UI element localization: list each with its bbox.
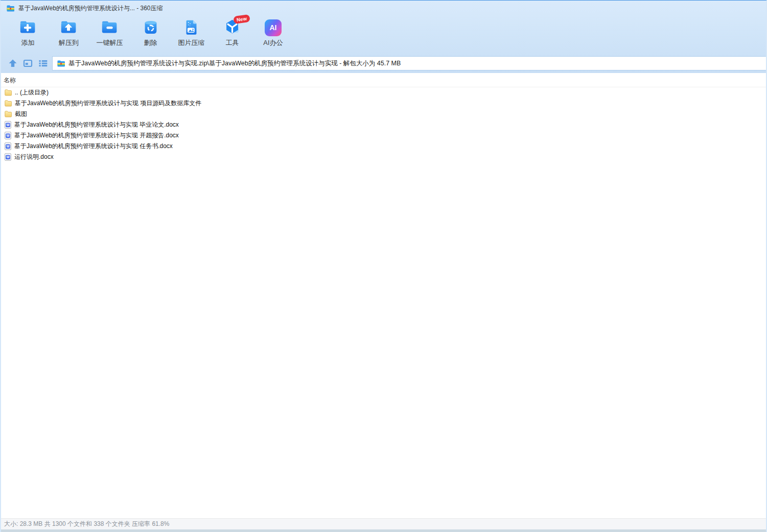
toolbar-button-one-click-extract[interactable]: 一键解压 bbox=[91, 17, 128, 52]
toolbar-button-label: 解压到 bbox=[59, 39, 79, 46]
window-title: 基于JavaWeb的机房预约管理系统设计与... - 360压缩 bbox=[18, 4, 163, 13]
status-text: 大小: 28.3 MB 共 1300 个文件和 338 个文件夹 压缩率 61.… bbox=[4, 520, 169, 528]
extract-to-folder-icon bbox=[58, 17, 80, 38]
file-row[interactable]: W基于JavaWeb的机房预约管理系统设计与实现 毕业论文.docx bbox=[1, 119, 766, 130]
delete-trash-icon bbox=[140, 17, 161, 38]
folder-icon bbox=[5, 111, 12, 117]
toolbar-button-extract-to-folder[interactable]: 解压到 bbox=[50, 17, 87, 52]
one-click-extract-icon bbox=[99, 17, 121, 38]
new-badge: New bbox=[233, 14, 250, 24]
toolbar-button-label: AI办公 bbox=[263, 39, 283, 46]
file-name: 基于JavaWeb的机房预约管理系统设计与实现 开题报告.docx bbox=[14, 131, 179, 140]
archive-file-icon bbox=[6, 5, 15, 12]
svg-text:W: W bbox=[6, 155, 10, 159]
file-name: .. (上级目录) bbox=[15, 88, 49, 97]
toolbar-button-label: 图片压缩 bbox=[178, 39, 205, 46]
svg-text:W: W bbox=[6, 134, 10, 137]
file-name: 基于JavaWeb的机房预约管理系统设计与实现 毕业论文.docx bbox=[14, 120, 179, 129]
word-doc-icon: W bbox=[5, 142, 11, 150]
address-nav-icons bbox=[6, 58, 50, 69]
word-doc-icon: W bbox=[5, 153, 11, 161]
file-name: 基于JavaWeb的机房预约管理系统设计与实现 项目源码及数据库文件 bbox=[15, 99, 201, 108]
address-bar-input[interactable]: 基于JavaWeb的机房预约管理系统设计与实现.zip\基于JavaWeb的机房… bbox=[52, 56, 766, 70]
file-row[interactable]: W运行说明.docx bbox=[1, 152, 766, 162]
svg-text:W: W bbox=[6, 144, 10, 148]
file-row[interactable]: 截图 bbox=[1, 109, 766, 119]
file-row[interactable]: 基于JavaWeb的机房预约管理系统设计与实现 项目源码及数据库文件 bbox=[1, 98, 766, 109]
toolbar-button-ai-office[interactable]: AIAI办公 bbox=[254, 17, 292, 52]
file-name: 运行说明.docx bbox=[14, 153, 54, 161]
svg-text:W: W bbox=[6, 123, 10, 127]
list-view-icon[interactable] bbox=[37, 58, 50, 69]
toolbar-button-label: 删除 bbox=[144, 39, 157, 46]
image-compress-icon bbox=[181, 17, 202, 38]
file-list-panel: 名称 .. (上级目录) 基于JavaWeb的机房预约管理系统设计与实现 项目源… bbox=[1, 73, 766, 518]
toolbar-button-add-folder[interactable]: 添加 bbox=[9, 17, 47, 52]
file-name: 基于JavaWeb的机房预约管理系统设计与实现 任务书.docx bbox=[14, 142, 173, 151]
archive-file-icon bbox=[57, 60, 65, 67]
view-mode-icon[interactable] bbox=[21, 58, 34, 69]
file-row[interactable]: W基于JavaWeb的机房预约管理系统设计与实现 开题报告.docx bbox=[1, 130, 766, 141]
window-bottom-edge bbox=[1, 529, 766, 532]
file-row[interactable]: .. (上级目录) bbox=[1, 87, 766, 98]
ai-office-icon: AI bbox=[263, 17, 284, 38]
toolbar-button-tools-cube[interactable]: 工具New bbox=[214, 17, 251, 52]
file-list: .. (上级目录) 基于JavaWeb的机房预约管理系统设计与实现 项目源码及数… bbox=[1, 87, 766, 162]
toolbar-button-label: 一键解压 bbox=[97, 39, 123, 46]
toolbar-button-delete-trash[interactable]: 删除 bbox=[132, 17, 169, 52]
toolbar-button-image-compress[interactable]: 图片压缩 bbox=[173, 17, 210, 52]
address-bar: 基于JavaWeb的机房预约管理系统设计与实现.zip\基于JavaWeb的机房… bbox=[1, 54, 766, 73]
folder-icon bbox=[5, 100, 12, 107]
word-doc-icon: W bbox=[5, 121, 11, 129]
toolbar-button-label: 工具 bbox=[226, 39, 239, 46]
address-path: 基于JavaWeb的机房预约管理系统设计与实现.zip\基于JavaWeb的机房… bbox=[68, 59, 401, 68]
toolbar: 添加 解压到 一键解压 删除 图片压缩 工具NewAIAI办公 bbox=[1, 16, 766, 54]
window-chrome: 基于JavaWeb的机房预约管理系统设计与... - 360压缩 添加 解压到 … bbox=[1, 1, 766, 73]
folder-icon bbox=[5, 89, 12, 96]
app-window: 基于JavaWeb的机房预约管理系统设计与... - 360压缩 添加 解压到 … bbox=[0, 0, 767, 532]
file-name: 截图 bbox=[15, 110, 27, 118]
file-row[interactable]: W基于JavaWeb的机房预约管理系统设计与实现 任务书.docx bbox=[1, 141, 766, 152]
add-folder-icon bbox=[17, 17, 39, 38]
toolbar-button-label: 添加 bbox=[21, 39, 35, 46]
word-doc-icon: W bbox=[5, 132, 11, 139]
status-bar: 大小: 28.3 MB 共 1300 个文件和 338 个文件夹 压缩率 61.… bbox=[1, 518, 766, 529]
up-arrow-icon[interactable] bbox=[6, 58, 19, 69]
column-header-name[interactable]: 名称 bbox=[1, 73, 766, 87]
titlebar: 基于JavaWeb的机房预约管理系统设计与... - 360压缩 bbox=[1, 1, 766, 16]
